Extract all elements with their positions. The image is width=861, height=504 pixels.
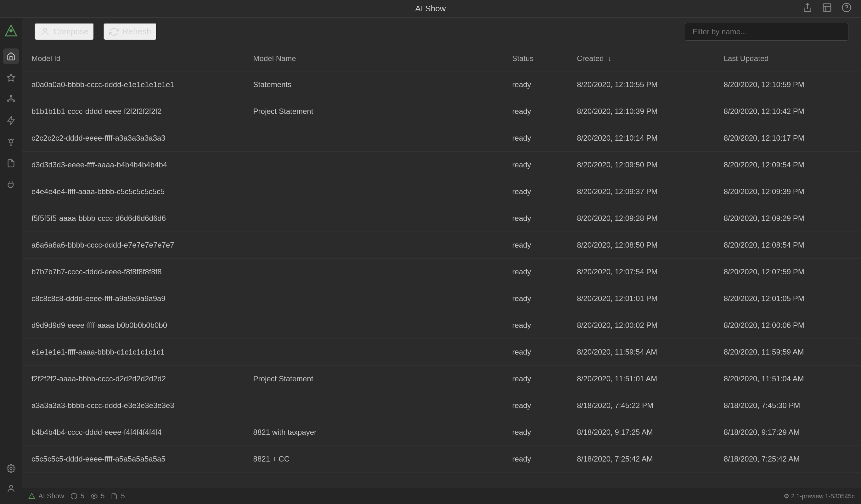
cell-status: ready	[503, 232, 568, 258]
bottombar-version: ⚙ 2.1-preview.1-530545c	[783, 492, 855, 500]
table-row[interactable]: c2c2c2c2-dddd-eeee-ffff-a3a3a3a3a3a3read…	[22, 125, 861, 152]
refresh-button[interactable]: Refresh	[104, 23, 157, 40]
table-row[interactable]: c5c5c5c5-dddd-eeee-ffff-a5a5a5a5a5a58821…	[22, 446, 861, 473]
app-title: AI Show	[415, 4, 446, 14]
svg-point-16	[9, 139, 13, 143]
sidebar	[0, 18, 22, 504]
cell-model-name	[244, 392, 503, 419]
model-table-container: Model Id Model Name Status Created ↓	[22, 46, 861, 488]
bottombar-count2: 5	[91, 492, 105, 500]
cell-last-updated: 8/20/2020, 12:07:59 PM	[714, 258, 861, 285]
sidebar-item-doc[interactable]	[3, 155, 19, 171]
cell-model-id: a3a3a3a3-bbbb-cccc-dddd-e3e3e3e3e3e3	[22, 392, 244, 419]
svg-point-21	[10, 486, 12, 488]
version-value: 2.1-preview.1-530545c	[791, 493, 855, 500]
sidebar-item-run[interactable]	[3, 113, 19, 128]
cell-status: ready	[503, 152, 568, 178]
svg-marker-8	[7, 74, 14, 81]
col-header-model-name: Model Name	[244, 46, 503, 71]
layout-icon[interactable]	[822, 2, 832, 15]
table-row[interactable]: b4b4b4b4-cccc-dddd-eeee-f4f4f4f4f4f48821…	[22, 419, 861, 446]
count2-icon	[91, 493, 98, 500]
table-row[interactable]: b7b7b7b7-cccc-dddd-eeee-f8f8f8f8f8f8read…	[22, 258, 861, 285]
table-row[interactable]: d9d9d9d9-eeee-ffff-aaaa-b0b0b0b0b0b0read…	[22, 312, 861, 339]
sidebar-item-settings[interactable]	[3, 461, 19, 476]
table-row[interactable]: b1b1b1b1-cccc-dddd-eeee-f2f2f2f2f2f2Proj…	[22, 98, 861, 125]
cell-model-id: c5c5c5c5-dddd-eeee-ffff-a5a5a5a5a5a5	[22, 446, 244, 473]
cell-status: ready	[503, 392, 568, 419]
table-row[interactable]: e1e1e1e1-ffff-aaaa-bbbb-c1c1c1c1c1c1read…	[22, 339, 861, 366]
sidebar-item-home[interactable]	[3, 48, 19, 64]
sidebar-item-cluster[interactable]	[3, 91, 19, 107]
refresh-label: Refresh	[122, 27, 151, 37]
count1-icon	[70, 493, 78, 500]
cell-last-updated: 8/20/2020, 12:09:29 PM	[714, 205, 861, 232]
help-icon[interactable]	[842, 2, 851, 15]
toolbar: Compose Refresh	[22, 18, 861, 46]
sidebar-item-bookmark[interactable]	[3, 70, 19, 86]
cell-status: ready	[503, 205, 568, 232]
sidebar-item-plug[interactable]	[3, 177, 19, 193]
cell-model-name	[244, 178, 503, 205]
table-row[interactable]: f5f5f5f5-aaaa-bbbb-cccc-d6d6d6d6d6d6read…	[22, 205, 861, 232]
cell-model-id: c2c2c2c2-dddd-eeee-ffff-a3a3a3a3a3a3	[22, 125, 244, 152]
cell-status: ready	[503, 178, 568, 205]
cell-status: ready	[503, 71, 568, 98]
cell-created: 8/20/2020, 12:10:55 PM	[568, 71, 714, 98]
app-icon-bottom	[28, 493, 35, 500]
filter-input[interactable]	[685, 23, 848, 41]
cell-created: 8/20/2020, 12:09:50 PM	[568, 152, 714, 178]
table-row[interactable]: a3a3a3a3-bbbb-cccc-dddd-e3e3e3e3e3e3read…	[22, 392, 861, 419]
cell-created: 8/20/2020, 12:09:37 PM	[568, 178, 714, 205]
cell-model-id: a0a0a0a0-bbbb-cccc-dddd-e1e1e1e1e1e1	[22, 71, 244, 98]
cell-last-updated: 8/20/2020, 12:09:54 PM	[714, 152, 861, 178]
cell-status: ready	[503, 312, 568, 339]
bottombar-count1: 5	[70, 492, 84, 500]
cell-model-id: f5f5f5f5-aaaa-bbbb-cccc-d6d6d6d6d6d6	[22, 205, 244, 232]
share-icon[interactable]	[803, 2, 812, 15]
cell-created: 8/20/2020, 12:08:50 PM	[568, 232, 714, 258]
cell-model-name: 8821 + CC	[244, 446, 503, 473]
cell-created: 8/20/2020, 11:59:54 AM	[568, 339, 714, 366]
col-header-created[interactable]: Created ↓	[568, 46, 714, 71]
cell-model-id: e4e4e4e4-ffff-aaaa-bbbb-c5c5c5c5c5c5	[22, 178, 244, 205]
table-row[interactable]: f2f2f2f2-aaaa-bbbb-cccc-d2d2d2d2d2d2Proj…	[22, 366, 861, 392]
main-content: Compose Refresh Model Id	[22, 18, 861, 504]
cell-status: ready	[503, 446, 568, 473]
sidebar-item-user[interactable]	[3, 481, 19, 496]
svg-point-27	[93, 495, 95, 497]
count2-value: 5	[101, 492, 105, 500]
table-row[interactable]: a6a6a6a6-bbbb-cccc-dddd-e7e7e7e7e7e7read…	[22, 232, 861, 258]
table-row[interactable]: c8c8c8c8-dddd-eeee-ffff-a9a9a9a9a9a9read…	[22, 285, 861, 312]
titlebar: AI Show	[0, 0, 861, 18]
model-table: Model Id Model Name Status Created ↓	[22, 46, 861, 473]
table-row[interactable]: d3d3d3d3-eeee-ffff-aaaa-b4b4b4b4b4b4read…	[22, 152, 861, 178]
cell-model-name: 8821 with taxpayer	[244, 419, 503, 446]
cell-created: 8/18/2020, 7:45:22 PM	[568, 392, 714, 419]
cell-model-name	[244, 125, 503, 152]
cell-status: ready	[503, 366, 568, 392]
bottom-statusbar: AI Show 5 5	[22, 488, 861, 504]
sidebar-item-bulb[interactable]	[3, 134, 19, 150]
sidebar-bottom	[3, 459, 19, 498]
svg-point-22	[43, 28, 46, 31]
cell-created: 8/20/2020, 12:01:01 PM	[568, 285, 714, 312]
count3-value: 5	[121, 492, 125, 500]
cell-last-updated: 8/18/2020, 9:17:29 AM	[714, 419, 861, 446]
cell-status: ready	[503, 419, 568, 446]
cell-last-updated: 8/20/2020, 12:00:06 PM	[714, 312, 861, 339]
cell-model-id: c8c8c8c8-dddd-eeee-ffff-a9a9a9a9a9a9	[22, 285, 244, 312]
cell-model-name: Project Statement	[244, 366, 503, 392]
version-label: ⚙	[783, 493, 791, 500]
cell-created: 8/20/2020, 12:07:54 PM	[568, 258, 714, 285]
cell-last-updated: 8/20/2020, 12:10:59 PM	[714, 71, 861, 98]
compose-button[interactable]: Compose	[35, 23, 94, 40]
svg-rect-1	[823, 4, 831, 11]
cell-created: 8/20/2020, 12:10:39 PM	[568, 98, 714, 125]
cell-model-id: f2f2f2f2-aaaa-bbbb-cccc-d2d2d2d2d2d2	[22, 366, 244, 392]
table-row[interactable]: e4e4e4e4-ffff-aaaa-bbbb-c5c5c5c5c5c5read…	[22, 178, 861, 205]
svg-point-20	[10, 467, 12, 470]
cell-status: ready	[503, 339, 568, 366]
table-row[interactable]: a0a0a0a0-bbbb-cccc-dddd-e1e1e1e1e1e1Stat…	[22, 71, 861, 98]
cell-model-name: Statements	[244, 71, 503, 98]
